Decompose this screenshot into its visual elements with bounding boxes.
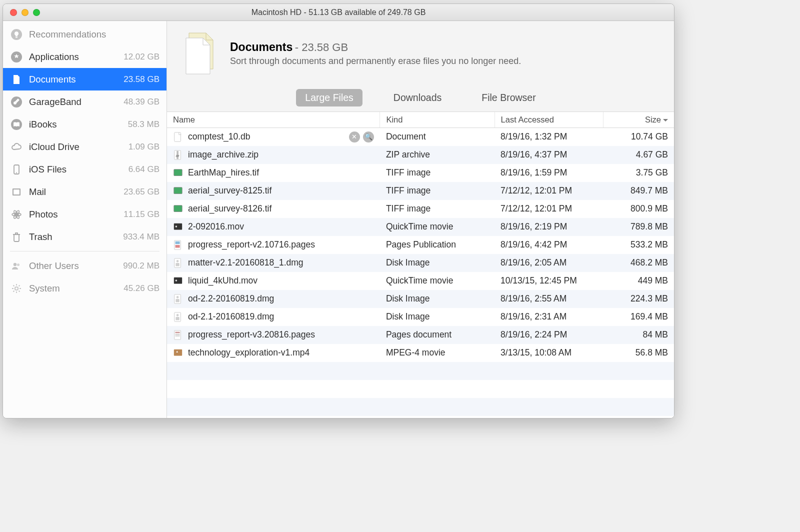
sidebar-item-ibooks[interactable]: iBooks58.3 MB: [3, 113, 166, 136]
file-last-accessed: 7/12/12, 12:01 PM: [494, 182, 603, 200]
sidebar-item-applications[interactable]: Applications12.02 GB: [3, 46, 166, 68]
tab-downloads[interactable]: Downloads: [384, 89, 450, 106]
guitar-icon: [10, 96, 23, 108]
sidebar-item-documents[interactable]: Documents23.58 GB: [3, 68, 166, 90]
file-icon: [173, 221, 183, 233]
sidebar-item-size: 6.64 GB: [128, 164, 160, 174]
sort-indicator-icon: [661, 115, 668, 124]
category-header: Documents - 23.58 GB Sort through docume…: [167, 21, 674, 85]
sidebar-item-label: Applications: [29, 52, 118, 62]
sidebar-item-ios-files[interactable]: iOS Files6.64 GB: [3, 158, 166, 180]
delete-icon[interactable]: ✕: [349, 132, 360, 142]
file-size: 3.75 GB: [603, 164, 674, 182]
file-size: 224.3 MB: [603, 290, 674, 308]
file-table-wrap[interactable]: Name Kind Last Accessed Size comptest_10…: [167, 112, 674, 418]
file-last-accessed: 3/13/15, 10:08 AM: [494, 344, 603, 362]
sidebar-item-size: 23.58 GB: [124, 74, 160, 84]
category-subtitle: Sort through documents and permanently e…: [230, 56, 521, 66]
sidebar-item-trash[interactable]: Trash933.4 MB: [3, 226, 166, 248]
table-row-empty: [167, 380, 674, 398]
svg-point-27: [176, 226, 178, 228]
file-icon: [173, 167, 183, 179]
reveal-icon[interactable]: 🔍: [363, 132, 374, 142]
table-row[interactable]: progress_report-v3.20816.pages Pages doc…: [167, 326, 674, 344]
file-icon: [173, 329, 183, 341]
category-header-text: Documents - 23.58 GB Sort through docume…: [230, 40, 521, 66]
svg-point-15: [15, 286, 18, 290]
file-size: 849.7 MB: [603, 182, 674, 200]
sidebar-item-label: Photos: [29, 209, 118, 220]
tab-file-browser[interactable]: File Browser: [472, 89, 544, 106]
sidebar-item-mail[interactable]: Mail23.65 GB: [3, 180, 166, 203]
file-table: Name Kind Last Accessed Size comptest_10…: [167, 112, 674, 416]
file-name: progress_report-v2.10716.pages: [188, 240, 315, 250]
file-icon: [173, 311, 183, 323]
svg-rect-40: [176, 317, 179, 320]
cloud-icon: [10, 140, 23, 154]
svg-rect-20: [174, 169, 182, 176]
file-size: 468.2 MB: [603, 254, 674, 272]
file-name: EarthMap_hires.tif: [188, 168, 259, 178]
sidebar-item-recommendations[interactable]: Recommendations: [3, 23, 166, 46]
table-row[interactable]: od-2.2-20160819.dmg Disk Image 8/19/16, …: [167, 290, 674, 308]
sidebar-item-label: iOS Files: [29, 164, 122, 175]
col-size[interactable]: Size: [603, 112, 674, 128]
col-last-accessed[interactable]: Last Accessed: [494, 112, 603, 128]
sidebar-item-size: 23.65 GB: [124, 187, 160, 197]
sidebar-item-icloud-drive[interactable]: iCloud Drive1.09 GB: [3, 136, 166, 158]
table-row[interactable]: od-2.1-20160819.dmg Disk Image 8/19/16, …: [167, 308, 674, 326]
sidebar-item-size: 11.15 GB: [124, 210, 160, 220]
table-row[interactable]: liquid_4kUhd.mov QuickTime movie 10/13/1…: [167, 272, 674, 290]
category-size: - 23.58 GB: [295, 41, 348, 54]
file-name: liquid_4kUhd.mov: [188, 276, 258, 286]
svg-point-33: [176, 260, 179, 262]
sidebar-item-other-users[interactable]: Other Users990.2 MB: [3, 254, 166, 277]
storage-management-window: Macintosh HD - 51.13 GB available of 249…: [2, 4, 674, 418]
svg-point-14: [17, 263, 20, 266]
tab-large-files[interactable]: Large Files: [296, 89, 362, 106]
book-icon: [10, 118, 23, 131]
svg-rect-37: [176, 299, 179, 302]
sidebar-item-label: GarageBand: [29, 96, 118, 108]
col-kind[interactable]: Kind: [380, 112, 494, 128]
file-name: od-2.1-20160819.dmg: [188, 312, 274, 322]
table-row[interactable]: matter-v2.1-20160818_1.dmg Disk Image 8/…: [167, 254, 674, 272]
gear-icon: [10, 282, 23, 295]
sidebar-item-garageband[interactable]: GarageBand48.39 GB: [3, 90, 166, 113]
table-row[interactable]: technology_exploration-v1.mp4 MPEG-4 mov…: [167, 344, 674, 362]
phone-icon: [10, 163, 23, 176]
table-row[interactable]: 2-092016.mov QuickTime movie 8/19/16, 2:…: [167, 218, 674, 236]
file-kind: Document: [380, 128, 494, 146]
table-row[interactable]: progress_report-v2.10716.pages Pages Pub…: [167, 236, 674, 254]
svg-point-41: [176, 314, 179, 316]
svg-rect-46: [174, 349, 182, 356]
file-last-accessed: 8/19/16, 1:59 PM: [494, 164, 603, 182]
sidebar-separator: [10, 251, 160, 252]
file-last-accessed: 8/19/16, 4:42 PM: [494, 236, 603, 254]
sidebar-item-photos[interactable]: Photos11.15 GB: [3, 203, 166, 226]
svg-rect-43: [176, 332, 180, 333]
file-size: 789.8 MB: [603, 218, 674, 236]
table-row-empty: [167, 398, 674, 416]
table-row[interactable]: aerial_survey-8125.tif TIFF image 7/12/1…: [167, 182, 674, 200]
file-kind: ZIP archive: [380, 146, 494, 164]
file-icon: [173, 185, 183, 197]
category-title: Documents: [230, 40, 292, 54]
sidebar-item-size: 990.2 MB: [123, 261, 160, 271]
file-last-accessed: 8/19/16, 2:55 AM: [494, 290, 603, 308]
sidebar-item-system[interactable]: System45.26 GB: [3, 277, 166, 300]
file-kind: TIFF image: [380, 164, 494, 182]
file-kind: Pages document: [380, 326, 494, 344]
table-row[interactable]: aerial_survey-8126.tif TIFF image 7/12/1…: [167, 200, 674, 218]
file-icon: [173, 257, 183, 269]
table-row-empty: [167, 362, 674, 380]
table-row[interactable]: comptest_10.db ✕ 🔍 Document 8/19/16, 1:3…: [167, 128, 674, 146]
sidebar-item-size: 48.39 GB: [124, 97, 160, 107]
col-name[interactable]: Name: [167, 112, 380, 128]
file-name: matter-v2.1-20160818_1.dmg: [188, 258, 304, 268]
file-kind: QuickTime movie: [380, 218, 494, 236]
sidebar-item-label: iCloud Drive: [29, 142, 122, 152]
table-row[interactable]: EarthMap_hires.tif TIFF image 8/19/16, 1…: [167, 164, 674, 182]
table-row[interactable]: ZIP image_archive.zip ZIP archive 8/19/1…: [167, 146, 674, 164]
sidebar: RecommendationsApplications12.02 GBDocum…: [3, 21, 167, 418]
